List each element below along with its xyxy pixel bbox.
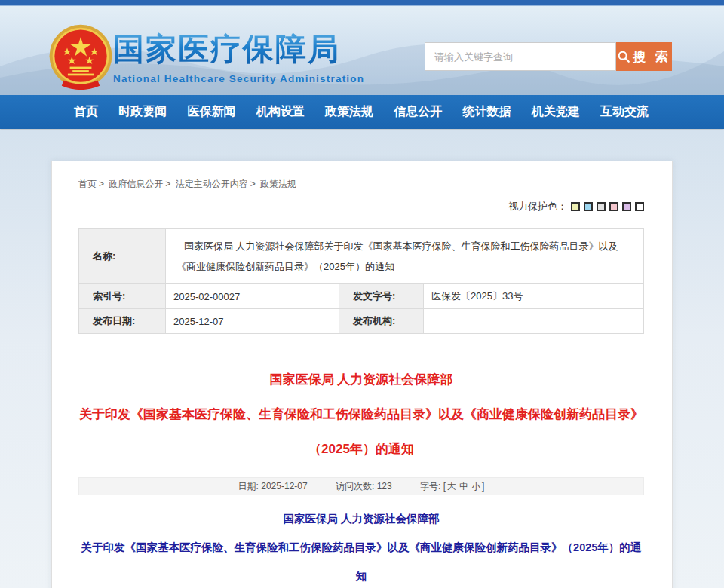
table-row: 名称: 国家医保局 人力资源社会保障部关于印发《国家基本医疗保险、生育保险和工伤… xyxy=(79,229,644,284)
nav-item-medical-news[interactable]: 医保新闻 xyxy=(188,104,236,120)
eye-color-purple[interactable] xyxy=(622,202,631,211)
article-title-line3: （2025年）的通知 xyxy=(78,432,644,467)
search-bar: 搜 索 xyxy=(425,42,672,71)
article-title-line1: 国家医保局 人力资源社会保障部 xyxy=(78,363,644,397)
visit-count: 访问次数: 123 xyxy=(336,481,392,492)
font-size-small[interactable]: 小 xyxy=(471,481,480,492)
breadcrumb-separator: > xyxy=(250,179,256,189)
pubdate-label: 发布日期: xyxy=(79,309,166,334)
search-button-label: 搜 索 xyxy=(633,48,671,66)
table-row: 发布日期: 2025-12-07 发布机构: xyxy=(79,309,644,334)
search-icon xyxy=(617,50,630,63)
site-header: 国家医疗保障局 National Healthcare Security Adm… xyxy=(0,6,724,95)
page-background: 首页> 政府信息公开> 法定主动公开内容> 政策法规 视力保护色： 名称: 国家… xyxy=(0,130,724,588)
name-value: 国家医保局 人力资源社会保障部关于印发《国家基本医疗保险、生育保险和工伤保险药品… xyxy=(166,229,644,284)
docnum-label: 发文字号: xyxy=(339,284,424,309)
index-label: 索引号: xyxy=(79,284,166,309)
nav-item-policy-law[interactable]: 政策法规 xyxy=(325,104,373,120)
doc-title-line2: 关于印发《国家基本医疗保险、生育保险和工伤保险药品目录》以及《商业健康保险创新药… xyxy=(78,533,644,588)
breadcrumb-home[interactable]: 首页 xyxy=(78,179,97,189)
docnum-value: 医保发〔2025〕33号 xyxy=(424,284,644,309)
pubdate-value: 2025-12-07 xyxy=(166,309,339,334)
nav-item-statistics[interactable]: 统计数据 xyxy=(463,104,511,120)
site-subtitle: National Healthcare Security Administrat… xyxy=(113,73,364,84)
nav-item-info-disclosure[interactable]: 信息公开 xyxy=(394,104,442,120)
breadcrumb-separator: > xyxy=(165,179,170,189)
article-meta-bar: 日期: 2025-12-07 访问次数: 123 字号: [大中小] xyxy=(78,477,644,495)
document-info-table: 名称: 国家医保局 人力资源社会保障部关于印发《国家基本医疗保险、生育保险和工伤… xyxy=(78,228,644,334)
article-title-line2: 关于印发《国家基本医疗保险、生育保险和工伤保险药品目录》以及《商业健康保险创新药… xyxy=(78,397,644,432)
main-navigation: 首页 时政要闻 医保新闻 机构设置 政策法规 信息公开 统计数据 机关党建 互动… xyxy=(0,95,724,129)
agency-value xyxy=(424,309,644,334)
breadcrumb-disclosure[interactable]: 法定主动公开内容 xyxy=(176,179,248,189)
article-date: 日期: 2025-12-07 xyxy=(238,481,308,492)
document-title-navy: 国家医保局 人力资源社会保障部 关于印发《国家基本医疗保险、生育保险和工伤保险药… xyxy=(78,504,644,588)
table-row: 索引号: 2025-02-00027 发文字号: 医保发〔2025〕33号 xyxy=(79,284,644,309)
search-button[interactable]: 搜 索 xyxy=(616,42,672,71)
nav-item-interaction[interactable]: 互动交流 xyxy=(600,104,649,120)
breadcrumb-gov-info[interactable]: 政府信息公开 xyxy=(109,179,163,189)
nav-item-organization[interactable]: 机构设置 xyxy=(256,104,305,120)
font-size-medium[interactable]: 中 xyxy=(459,481,468,492)
font-size-label: 字号: [ xyxy=(420,481,446,492)
name-label: 名称: xyxy=(79,229,166,284)
eye-protection-label: 视力保护色： xyxy=(508,201,567,212)
eye-color-blue[interactable] xyxy=(584,202,593,211)
nav-item-home[interactable]: 首页 xyxy=(74,104,98,120)
font-size-label-close: ] xyxy=(482,481,484,492)
eye-color-gray[interactable] xyxy=(597,202,606,211)
agency-label: 发布机构: xyxy=(339,309,424,334)
site-title: 国家医疗保障局 xyxy=(113,29,364,70)
content-card: 首页> 政府信息公开> 法定主动公开内容> 政策法规 视力保护色： 名称: 国家… xyxy=(51,161,673,588)
breadcrumb-policy[interactable]: 政策法规 xyxy=(260,179,296,189)
eye-color-pink[interactable] xyxy=(609,202,618,211)
article-title-red: 国家医保局 人力资源社会保障部 关于印发《国家基本医疗保险、生育保险和工伤保险药… xyxy=(78,363,644,467)
eye-color-yellow[interactable] xyxy=(571,202,580,211)
nav-item-party-building[interactable]: 机关党建 xyxy=(532,104,580,120)
top-strip xyxy=(0,0,724,6)
doc-title-line1: 国家医保局 人力资源社会保障部 xyxy=(78,504,644,533)
breadcrumb: 首页> 政府信息公开> 法定主动公开内容> 政策法规 xyxy=(78,178,644,191)
font-size-large[interactable]: 大 xyxy=(447,481,456,492)
search-input[interactable] xyxy=(425,42,616,71)
national-emblem-logo xyxy=(47,23,115,92)
eye-protection-row: 视力保护色： xyxy=(78,200,644,213)
index-value: 2025-02-00027 xyxy=(166,284,339,309)
nav-item-politics-news[interactable]: 时政要闻 xyxy=(118,104,167,120)
eye-color-white[interactable] xyxy=(635,202,644,211)
site-title-block: 国家医疗保障局 National Healthcare Security Adm… xyxy=(113,29,364,84)
font-size-control: 字号: [大中小] xyxy=(420,481,484,492)
breadcrumb-separator: > xyxy=(99,179,104,189)
